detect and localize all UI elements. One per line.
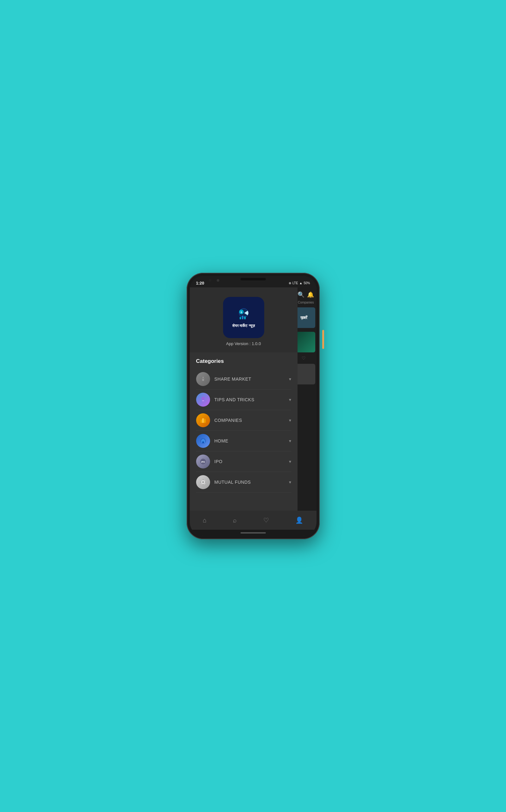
svg-text:$: $ xyxy=(241,311,242,314)
share-market-chevron: ▾ xyxy=(289,377,291,382)
network-icon: LTE xyxy=(292,281,298,285)
home-indicator xyxy=(190,530,317,536)
sidebar-item-ipo[interactable]: IPO IPO ▾ xyxy=(196,451,291,472)
svg-rect-5 xyxy=(244,316,246,319)
svg-rect-4 xyxy=(242,316,243,320)
status-icons: ⊕ LTE ▲ 50% xyxy=(289,281,310,285)
home-nav-icon: ⌂ xyxy=(203,517,206,524)
app-name-in-icon: शेयर मार्केट न्यूज़ xyxy=(232,324,255,329)
ipo-label: IPO xyxy=(215,459,289,464)
volume-button xyxy=(322,330,324,349)
share-market-label: SHARE MARKET xyxy=(215,377,289,382)
tips-tricks-chevron: ▾ xyxy=(289,397,291,402)
signal-icon: ▲ xyxy=(300,281,303,285)
profile-nav-icon: 👤 xyxy=(295,517,303,524)
nav-favorites[interactable]: ♡ xyxy=(258,515,274,526)
companies-label: COMPANIES xyxy=(215,418,289,423)
sidebar-item-mutual-funds[interactable]: MUTUAL FUNDS ▾ xyxy=(196,472,291,492)
screen-content: 🔍 🔔 Companies ख़बरें ♡ xyxy=(190,287,317,511)
battery-icon: 50% xyxy=(304,281,310,285)
mutual-funds-label: MUTUAL FUNDS xyxy=(215,480,289,485)
status-time: 1:20 xyxy=(196,281,204,285)
search-icon[interactable]: 🔍 xyxy=(298,291,305,298)
svg-rect-8 xyxy=(202,400,204,401)
ipo-icon: IPO xyxy=(196,455,210,469)
home-label: HOME xyxy=(215,438,289,444)
companies-icon xyxy=(196,413,210,427)
app-icon-graphic: $ xyxy=(234,307,253,322)
share-market-icon xyxy=(196,372,210,386)
categories-section: Categories SHARE MARKET ▾ xyxy=(190,352,298,511)
phone-frame: 1:20 ⊕ LTE ▲ 50% 🔍 🔔 Companies ख़बरें xyxy=(187,273,320,539)
camera-left xyxy=(209,279,211,282)
svg-point-7 xyxy=(201,397,205,400)
svg-point-6 xyxy=(202,379,204,381)
sidebar-item-share-market[interactable]: SHARE MARKET ▾ xyxy=(196,369,291,390)
svg-rect-14 xyxy=(202,442,204,443)
nav-home[interactable]: ⌂ xyxy=(198,515,212,526)
heart-icon[interactable]: ♡ xyxy=(302,355,306,361)
heart-nav-icon: ♡ xyxy=(263,517,269,524)
bottom-nav: ⌂ ⌕ ♡ 👤 xyxy=(190,511,317,530)
mutual-funds-icon xyxy=(196,475,210,489)
nav-search[interactable]: ⌕ xyxy=(228,515,242,526)
app-version: App Version : 1.0.0 xyxy=(226,341,261,346)
home-icon xyxy=(196,434,210,448)
sidebar-item-tips-tricks[interactable]: TIPS AND TRICKS ▾ xyxy=(196,390,291,410)
sidebar-item-companies[interactable]: COMPANIES ▾ xyxy=(196,410,291,431)
phone-screen: 1:20 ⊕ LTE ▲ 50% 🔍 🔔 Companies ख़बरें xyxy=(190,276,317,536)
tips-tricks-icon xyxy=(196,393,210,407)
svg-rect-3 xyxy=(240,317,241,319)
app-icon: $ शेयर मार्केट न्यूज़ xyxy=(223,297,264,338)
phone-speaker xyxy=(241,278,266,280)
tips-tricks-label: TIPS AND TRICKS xyxy=(215,397,289,402)
companies-chevron: ▾ xyxy=(289,418,291,423)
sidebar-drawer: $ शेयर मार्केट न्यूज़ App Version : 1 xyxy=(190,287,298,511)
svg-rect-12 xyxy=(204,419,205,423)
search-nav-icon: ⌕ xyxy=(233,517,237,524)
svg-point-19 xyxy=(202,481,204,483)
svg-rect-9 xyxy=(202,402,204,402)
home-indicator-bar xyxy=(241,532,266,534)
nav-profile[interactable]: 👤 xyxy=(290,515,308,526)
ipo-chevron: ▾ xyxy=(289,459,291,464)
wifi-icon: ⊕ xyxy=(289,281,291,285)
home-chevron: ▾ xyxy=(289,438,291,444)
app-logo-area: $ शेयर मार्केट न्यूज़ App Version : 1 xyxy=(190,287,298,352)
bell-icon[interactable]: 🔔 xyxy=(307,291,314,298)
camera-right xyxy=(217,279,219,282)
mutual-funds-chevron: ▾ xyxy=(289,480,291,485)
svg-text:IPO: IPO xyxy=(201,461,205,463)
sidebar-item-home[interactable]: HOME ▾ xyxy=(196,431,291,451)
hindi-news-text: ख़बरें xyxy=(301,315,307,320)
categories-title: Categories xyxy=(196,358,291,364)
